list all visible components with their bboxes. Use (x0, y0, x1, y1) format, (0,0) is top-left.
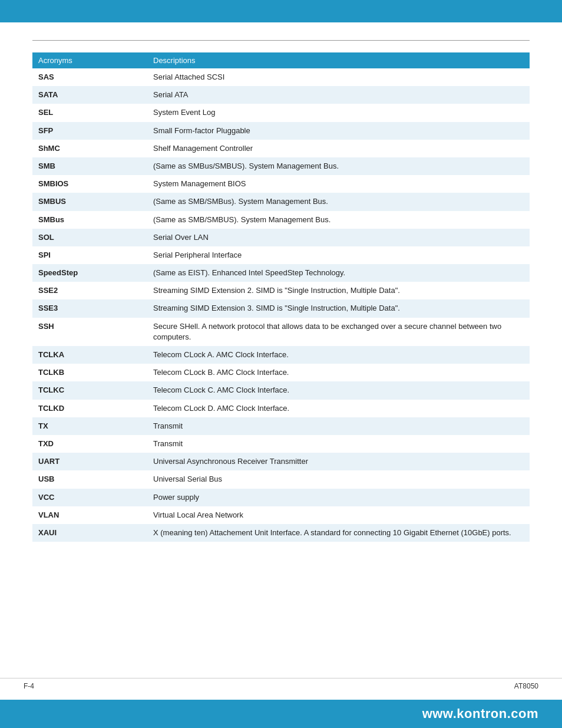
cell-description: Streaming SIMD Extension 3. SIMD is "Sin… (147, 299, 530, 317)
col-header-descriptions: Descriptions (147, 52, 530, 68)
cell-acronym: TXD (32, 435, 147, 453)
table-row: SELSystem Event Log (32, 104, 530, 121)
table-row: SFPSmall Form-factor Pluggable (32, 122, 530, 140)
cell-description: Transmit (147, 417, 530, 435)
cell-acronym: SMBIOS (32, 175, 147, 193)
table-row: TCLKATelecom CLock A. AMC Clock Interfac… (32, 346, 530, 364)
cell-description: (Same as SMB/SMBUS). System Management B… (147, 211, 530, 229)
table-row: ShMCShelf Management Controller (32, 140, 530, 157)
cell-description: Secure SHell. A network protocol that al… (147, 318, 530, 346)
cell-description: System Event Log (147, 104, 530, 121)
table-row: VLANVirtual Local Area Network (32, 506, 530, 524)
footer-bar: www.kontron.com (0, 700, 562, 728)
cell-acronym: SMBus (32, 211, 147, 229)
cell-acronym: VCC (32, 489, 147, 506)
table-row: USBUniversal Serial Bus (32, 470, 530, 488)
top-divider (32, 40, 530, 41)
cell-acronym: TCLKC (32, 381, 147, 399)
table-row: SpeedStep(Same as EIST). Enhanced Intel … (32, 264, 530, 282)
cell-description: (Same as SMBus/SMBUS). System Management… (147, 157, 530, 175)
table-row: SMBIOSSystem Management BIOS (32, 175, 530, 193)
footer-website: www.kontron.com (422, 706, 538, 722)
cell-description: Transmit (147, 435, 530, 453)
table-row: SMB(Same as SMBus/SMBUS). System Managem… (32, 157, 530, 175)
cell-acronym: USB (32, 470, 147, 488)
cell-description: Virtual Local Area Network (147, 506, 530, 524)
table-row: TXDTransmit (32, 435, 530, 453)
document-id: AT8050 (514, 682, 538, 690)
col-header-acronyms: Acronyms (32, 52, 147, 68)
cell-description: Telecom CLock C. AMC Clock Interface. (147, 381, 530, 399)
cell-description: (Same as SMB/SMBus). System Management B… (147, 193, 530, 210)
cell-acronym: XAUI (32, 524, 147, 542)
page-footer: F-4 AT8050 (0, 678, 562, 694)
cell-acronym: TCLKD (32, 400, 147, 417)
main-content: Acronyms Descriptions SASSerial Attached… (0, 22, 562, 589)
cell-description: Serial Over LAN (147, 229, 530, 246)
table-row: TCLKBTelecom CLock B. AMC Clock Interfac… (32, 364, 530, 381)
cell-acronym: SpeedStep (32, 264, 147, 282)
cell-acronym: SSE2 (32, 282, 147, 299)
cell-acronym: TCLKB (32, 364, 147, 381)
cell-description: (Same as EIST). Enhanced Intel SpeedStep… (147, 264, 530, 282)
cell-acronym: SOL (32, 229, 147, 246)
cell-description: Universal Serial Bus (147, 470, 530, 488)
table-row: SMBus(Same as SMB/SMBUS). System Managem… (32, 211, 530, 229)
cell-description: Serial Attached SCSI (147, 68, 530, 86)
table-row: VCCPower supply (32, 489, 530, 506)
cell-description: Telecom CLock B. AMC Clock Interface. (147, 364, 530, 381)
table-row: SSHSecure SHell. A network protocol that… (32, 318, 530, 346)
cell-description: System Management BIOS (147, 175, 530, 193)
cell-description: X (meaning ten) Attachement Unit Interfa… (147, 524, 530, 542)
cell-acronym: SAS (32, 68, 147, 86)
cell-description: Shelf Management Controller (147, 140, 530, 157)
cell-description: Telecom CLock D. AMC Clock Interface. (147, 400, 530, 417)
table-row: TCLKDTelecom CLock D. AMC Clock Interfac… (32, 400, 530, 417)
cell-description: Telecom CLock A. AMC Clock Interface. (147, 346, 530, 364)
cell-acronym: SEL (32, 104, 147, 121)
header-bar (0, 0, 562, 22)
table-row: SASSerial Attached SCSI (32, 68, 530, 86)
cell-description: Small Form-factor Pluggable (147, 122, 530, 140)
table-row: SSE3Streaming SIMD Extension 3. SIMD is … (32, 299, 530, 317)
table-header-row: Acronyms Descriptions (32, 52, 530, 68)
table-row: SATASerial ATA (32, 86, 530, 104)
acronyms-table: Acronyms Descriptions SASSerial Attached… (32, 52, 530, 542)
table-row: UARTUniversal Asynchronous Receiver Tran… (32, 453, 530, 470)
page-number: F-4 (24, 682, 34, 690)
table-row: TCLKCTelecom CLock C. AMC Clock Interfac… (32, 381, 530, 399)
cell-description: Serial ATA (147, 86, 530, 104)
cell-acronym: SATA (32, 86, 147, 104)
table-row: TXTransmit (32, 417, 530, 435)
cell-description: Streaming SIMD Extension 2. SIMD is "Sin… (147, 282, 530, 299)
cell-acronym: SFP (32, 122, 147, 140)
cell-acronym: SPI (32, 246, 147, 264)
table-row: SPISerial Peripheral Interface (32, 246, 530, 264)
table-row: SMBUS(Same as SMB/SMBus). System Managem… (32, 193, 530, 210)
cell-acronym: SMB (32, 157, 147, 175)
table-row: XAUIX (meaning ten) Attachement Unit Int… (32, 524, 530, 542)
cell-description: Power supply (147, 489, 530, 506)
cell-acronym: VLAN (32, 506, 147, 524)
table-row: SSE2Streaming SIMD Extension 2. SIMD is … (32, 282, 530, 299)
cell-acronym: TX (32, 417, 147, 435)
cell-acronym: TCLKA (32, 346, 147, 364)
cell-acronym: SMBUS (32, 193, 147, 210)
cell-acronym: UART (32, 453, 147, 470)
cell-acronym: SSE3 (32, 299, 147, 317)
cell-acronym: SSH (32, 318, 147, 346)
cell-description: Serial Peripheral Interface (147, 246, 530, 264)
cell-description: Universal Asynchronous Receiver Transmit… (147, 453, 530, 470)
cell-acronym: ShMC (32, 140, 147, 157)
table-row: SOLSerial Over LAN (32, 229, 530, 246)
